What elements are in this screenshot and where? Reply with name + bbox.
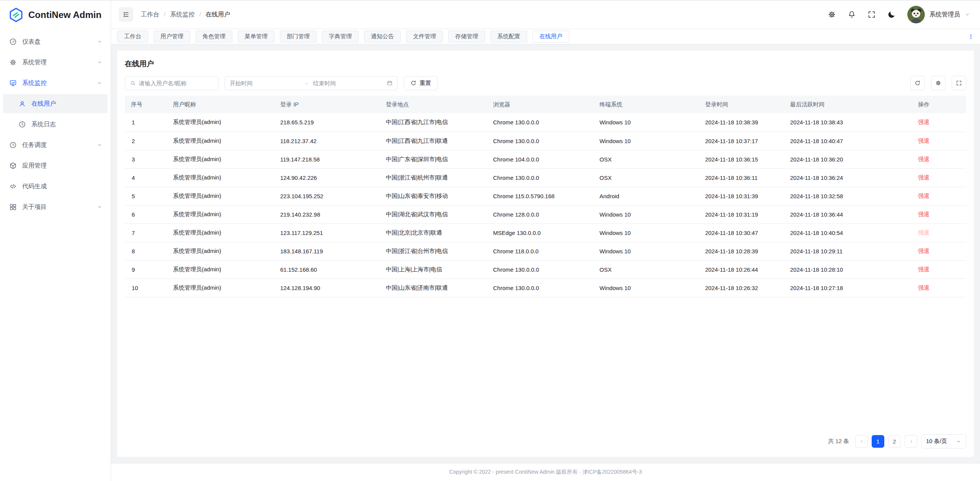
force-logout-link[interactable]: 强退 (918, 248, 929, 254)
force-logout-link[interactable]: 强退 (918, 119, 929, 125)
force-logout-link[interactable]: 强退 (918, 137, 929, 144)
tab-item[interactable]: 用户管理 (154, 31, 190, 42)
avatar (907, 6, 925, 23)
tab-item[interactable]: 通知公告 (364, 31, 401, 42)
sidebar-item-task-schedule[interactable]: 任务调度 (3, 135, 108, 155)
cell-login-ip: 118.212.37.42 (274, 132, 380, 150)
table-refresh-button[interactable] (910, 76, 925, 90)
cell-last-active-time: 2024-11-18 10:29:11 (784, 242, 912, 260)
sidebar-collapse-button[interactable] (119, 7, 133, 22)
cell-login-time: 2024-11-18 10:31:39 (699, 187, 784, 205)
previous-page-button[interactable] (855, 435, 868, 448)
cell-last-active-time: 2024-11-18 10:36:44 (784, 205, 912, 223)
cell-login-location: 中国|北京|北京市|联通 (380, 223, 487, 242)
user-icon (18, 100, 26, 108)
force-logout-link[interactable]: 强退 (918, 192, 929, 199)
calendar-icon (387, 80, 393, 86)
sidebar-item-system-management[interactable]: 系统管理 (3, 53, 108, 72)
filter-bar: - 重置 (125, 76, 966, 90)
table-row: 8 系统管理员(admin) 183.148.167.119 中国|浙江省|台州… (125, 242, 966, 260)
date-range-picker[interactable]: - (225, 76, 398, 90)
sidebar-item-about-project[interactable]: 关于项目 (3, 197, 108, 217)
tab-item[interactable]: 在线用户 (532, 31, 569, 42)
force-logout-link[interactable]: 强退 (918, 174, 929, 181)
notifications-button[interactable] (848, 10, 856, 19)
page-footer: Copyright © 2022 - present ContiNew Admi… (111, 463, 980, 481)
sidebar-item-dashboard[interactable]: 仪表盘 (3, 32, 108, 51)
sidebar-item-system-log[interactable]: 系统日志 (3, 115, 108, 134)
cell-os: OSX (593, 260, 699, 279)
start-time-field[interactable] (230, 80, 301, 86)
tab-item[interactable]: 工作台 (117, 31, 148, 42)
sidebar-item-code-generation[interactable]: 代码生成 (3, 177, 108, 196)
cell-login-time: 2024-11-18 10:26:32 (699, 279, 784, 297)
next-page-button[interactable] (905, 435, 917, 448)
cell-login-location: 中国|山东省|泰安市|移动 (380, 187, 487, 205)
table-fullscreen-button[interactable] (952, 76, 966, 90)
sidebar-item-system-monitor[interactable]: 系统监控 (3, 73, 108, 93)
breadcrumb-separator: / (199, 11, 201, 18)
end-time-field[interactable] (313, 80, 384, 86)
reset-button[interactable]: 重置 (404, 76, 438, 90)
history-icon (18, 121, 26, 128)
dark-mode-button[interactable] (887, 10, 896, 19)
table-settings-button[interactable] (931, 76, 946, 90)
cell-index: 4 (125, 168, 167, 187)
cell-login-ip: 218.65.5.219 (274, 113, 380, 132)
search-input[interactable] (125, 76, 219, 90)
tab-item[interactable]: 部门管理 (280, 31, 317, 42)
sidebar-item-app-management[interactable]: 应用管理 (3, 156, 108, 175)
fullscreen-icon (956, 80, 962, 86)
cell-login-time: 2024-11-18 10:37:17 (699, 132, 784, 150)
force-logout-link[interactable]: 强退 (918, 156, 929, 162)
user-menu[interactable]: 系统管理员 (907, 6, 970, 23)
cell-last-active-time: 2024-11-18 10:28:10 (784, 260, 912, 279)
page-button-1[interactable]: 1 (872, 435, 884, 448)
page-button-2[interactable]: 2 (888, 435, 901, 448)
force-logout-link[interactable]: 强退 (918, 284, 929, 291)
cell-login-ip: 223.104.195.252 (274, 187, 380, 205)
page-size-select[interactable]: 10 条/页 (921, 434, 966, 448)
cell-os: Android (593, 187, 699, 205)
tab-item[interactable]: 字典管理 (322, 31, 359, 42)
tab-item[interactable]: 角色管理 (196, 31, 232, 42)
grid-icon (9, 203, 17, 211)
force-logout-link[interactable]: 强退 (918, 211, 929, 217)
online-users-table: 序号 用户昵称 登录 IP 登录地点 浏览器 终端系统 登录时间 最后活跃时间 … (125, 96, 966, 427)
breadcrumb: 工作台 / 系统监控 / 在线用户 (141, 11, 230, 19)
tab-item[interactable]: 菜单管理 (238, 31, 274, 42)
cell-login-time: 2024-11-18 10:28:39 (699, 242, 784, 260)
force-logout-link[interactable]: 强退 (918, 266, 929, 272)
cell-login-location: 中国|上海|上海市|电信 (380, 260, 487, 279)
app-logo[interactable]: ContiNew Admin (0, 0, 111, 29)
cell-os: OSX (593, 150, 699, 168)
sidebar-item-online-users[interactable]: 在线用户 (3, 94, 108, 113)
cell-browser: Chrome 104.0.0.0 (487, 150, 593, 168)
cell-login-ip: 124.128.194.90 (274, 279, 380, 297)
cell-index: 5 (125, 187, 167, 205)
cell-login-ip: 219.140.232.98 (274, 205, 380, 223)
gear-icon (828, 10, 836, 19)
bell-icon (848, 10, 856, 19)
search-field[interactable] (139, 80, 214, 86)
moon-icon (887, 10, 896, 19)
cell-os: OSX (593, 168, 699, 187)
tab-item[interactable]: 系统配置 (490, 31, 527, 42)
page-content: 在线用户 - 重置 (111, 44, 980, 463)
tab-bar: 工作台用户管理角色管理菜单管理部门管理字典管理通知公告文件管理存储管理系统配置在… (111, 29, 980, 44)
tab-item[interactable]: 文件管理 (406, 31, 443, 42)
cell-last-active-time: 2024-11-18 10:40:47 (784, 132, 912, 150)
cell-nickname: 系统管理员(admin) (167, 187, 274, 205)
cell-login-location: 中国|湖北省|武汉市|电信 (380, 205, 487, 223)
cell-browser: Chrome 128.0.0.0 (487, 205, 593, 223)
fullscreen-button[interactable] (867, 10, 876, 19)
column-header: 登录地点 (380, 96, 487, 113)
breadcrumb-item[interactable]: 工作台 (141, 11, 159, 19)
tab-item[interactable]: 存储管理 (448, 31, 485, 42)
settings-button[interactable] (828, 10, 836, 19)
chevron-left-icon (859, 439, 864, 444)
breadcrumb-item[interactable]: 系统监控 (170, 11, 194, 19)
force-logout-link[interactable]: 强退 (918, 229, 929, 236)
tab-more-button[interactable] (967, 33, 975, 41)
gear-icon (935, 80, 941, 86)
